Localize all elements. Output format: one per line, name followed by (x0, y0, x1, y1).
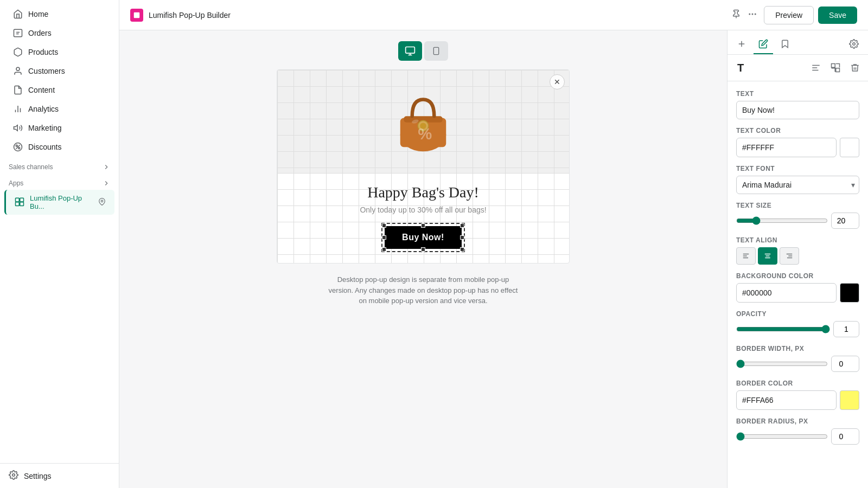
panel-tab-gear[interactable] (844, 35, 864, 54)
svg-point-15 (101, 200, 103, 202)
top-bar-right: Preview Save (729, 6, 857, 24)
border-color-swatch[interactable] (840, 390, 859, 410)
sidebar-item-products[interactable]: Products (4, 43, 114, 61)
save-button[interactable]: Save (818, 7, 857, 24)
device-toggle (398, 41, 448, 61)
align-center-button[interactable] (758, 247, 777, 265)
svg-rect-13 (16, 202, 20, 206)
text-font-label: TEXT FONT (736, 165, 859, 172)
delete-icon[interactable] (846, 59, 864, 76)
border-color-input[interactable] (736, 390, 837, 410)
more-options-icon[interactable] (745, 7, 760, 23)
svg-line-10 (16, 145, 20, 149)
border-radius-slider[interactable] (736, 432, 828, 441)
border-color-row (736, 390, 859, 410)
popup-cta-wrapper[interactable]: Buy Now! (381, 223, 465, 252)
desktop-view-button[interactable] (398, 41, 422, 61)
svg-point-9 (18, 147, 20, 149)
text-color-swatch[interactable] (840, 138, 859, 157)
sidebar-item-orders-label: Orders (28, 29, 52, 37)
sidebar-item-content[interactable]: Content (4, 81, 114, 99)
panel-tab-bookmark[interactable] (775, 35, 795, 54)
text-font-select[interactable]: Arima Madurai (736, 176, 859, 194)
border-width-slider[interactable] (736, 359, 828, 368)
border-width-row (736, 356, 859, 372)
panel-tabs (727, 30, 868, 55)
text-color-input[interactable] (736, 138, 837, 157)
bg-color-input[interactable] (736, 283, 837, 303)
sidebar-settings[interactable]: Settings (0, 463, 119, 488)
svg-text:%: % (418, 125, 432, 143)
products-icon (13, 47, 23, 57)
border-radius-row (736, 428, 859, 445)
panel-tab-add[interactable] (732, 35, 751, 54)
sidebar: Home Orders Products Customers (0, 0, 119, 488)
pin-topbar-icon[interactable] (729, 7, 743, 23)
panel-tab-edit[interactable] (754, 35, 773, 54)
sidebar-item-discounts-label: Discounts (28, 143, 61, 151)
sidebar-item-home-label: Home (28, 10, 48, 18)
svg-rect-0 (14, 29, 22, 37)
mobile-view-button[interactable] (424, 41, 448, 61)
app-store-icon (15, 197, 24, 208)
popup-subtext: Only today up to 30% off all our bags! (288, 206, 558, 214)
sidebar-item-home[interactable]: Home (4, 5, 114, 23)
opacity-input[interactable] (833, 321, 859, 337)
sales-channels-section[interactable]: Sales channels (0, 157, 119, 173)
preview-button[interactable]: Preview (764, 6, 814, 24)
sidebar-item-marketing[interactable]: Marketing (4, 119, 114, 137)
border-radius-input[interactable] (831, 428, 859, 445)
sidebar-nav: Home Orders Products Customers (0, 0, 119, 463)
svg-rect-12 (20, 198, 24, 202)
panel-action-bar: T (727, 55, 868, 81)
border-width-input[interactable] (831, 356, 859, 372)
text-align-buttons (736, 247, 859, 265)
svg-rect-17 (134, 12, 140, 18)
popup-headline: Happy Bag's Day! (288, 184, 558, 201)
text-font-select-wrapper: Arima Madurai ▾ (736, 176, 859, 194)
popup-close-button[interactable]: ✕ (550, 74, 565, 89)
topbar-icons (729, 7, 760, 23)
align-right-button[interactable] (780, 247, 799, 265)
pin-icon[interactable] (98, 198, 106, 207)
align-left-button[interactable] (736, 247, 756, 265)
sidebar-item-discounts[interactable]: Discounts (4, 138, 114, 156)
right-panel: T TEXT (727, 30, 868, 488)
sidebar-item-content-label: Content (28, 86, 55, 94)
text-font-group: TEXT FONT Arima Madurai ▾ (736, 165, 859, 194)
settings-label: Settings (24, 472, 52, 480)
top-bar: Lumifish Pop-Up Builder Preview Save (119, 0, 868, 30)
text-align-label: TEXT ALIGN (736, 236, 859, 244)
popup-image-area: % (277, 70, 569, 173)
app-logo (130, 9, 143, 22)
popup-cta-button[interactable]: Buy Now! (385, 226, 462, 249)
sidebar-item-customers[interactable]: Customers (4, 62, 114, 80)
canvas-info-text: Desktop pop-up design is separate from m… (326, 274, 521, 306)
canvas-area: ✕ (119, 30, 727, 488)
align-icon[interactable] (807, 59, 825, 76)
sidebar-item-orders[interactable]: Orders (4, 24, 114, 42)
sidebar-app-lumifish[interactable]: Lumifish Pop-Up Bu... (4, 190, 114, 215)
svg-point-20 (755, 14, 756, 15)
text-input[interactable] (736, 101, 859, 119)
bg-color-group: BACKGROUND COLOR (736, 272, 859, 303)
opacity-row (736, 321, 859, 337)
opacity-slider[interactable] (736, 325, 830, 333)
bg-color-swatch[interactable] (840, 283, 859, 303)
text-type-icon: T (737, 62, 744, 74)
apps-section[interactable]: Apps (0, 173, 119, 189)
svg-point-19 (752, 14, 754, 15)
text-color-label: TEXT COLOR (736, 127, 859, 134)
text-size-slider[interactable] (736, 216, 828, 225)
top-bar-left: Lumifish Pop-Up Builder (130, 9, 231, 22)
svg-point-21 (749, 14, 750, 15)
analytics-icon (13, 104, 23, 114)
border-color-label: BORDER COLOR (736, 380, 859, 387)
customers-icon (13, 66, 23, 76)
border-color-group: BORDER COLOR (736, 380, 859, 410)
sidebar-item-customers-label: Customers (28, 67, 65, 75)
svg-point-16 (12, 474, 15, 477)
text-size-input[interactable] (831, 213, 859, 229)
sidebar-item-analytics[interactable]: Analytics (4, 100, 114, 118)
group-icon[interactable] (827, 59, 844, 76)
